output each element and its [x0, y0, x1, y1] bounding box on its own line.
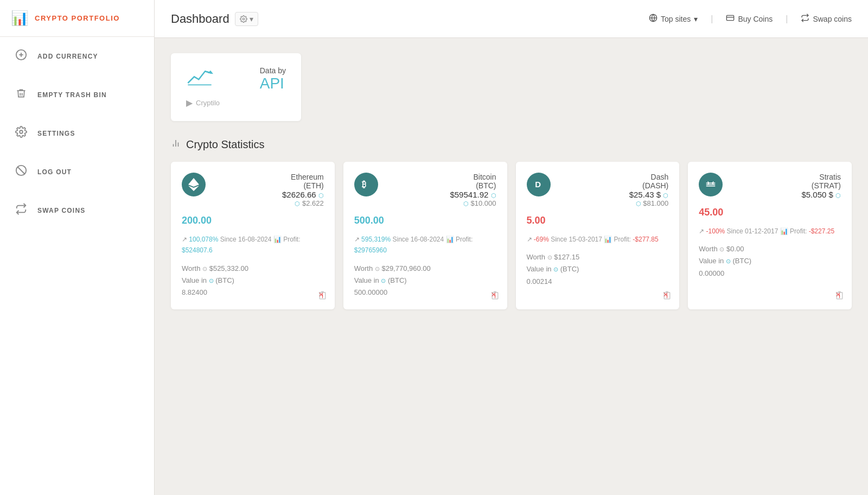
swap-coins-label: Swap coins	[813, 15, 852, 23]
main-content: Dashboard ▾ Top sites ▾	[155, 0, 868, 495]
sidebar-item-logout[interactable]: LOG OUT	[0, 153, 154, 191]
settings-icon	[15, 126, 28, 141]
coin-price-usd-strat: $5.050 $ ⬡	[801, 190, 841, 199]
svg-line-5	[18, 167, 25, 174]
svg-rect-9	[727, 15, 734, 20]
crypto-card-dash: D Dash(DASH) $25.43 $ ⬡ ⬡ $81.000 5.00 ↗…	[516, 162, 680, 309]
card-header: ₿ Bitcoin(BTC) $59541.92 ⬡ ⬡ $10.000	[354, 173, 496, 207]
globe-icon	[649, 14, 658, 24]
coin-price-usd-dash: $25.43 $ ⬡	[629, 190, 669, 199]
sidebar-label-add-currency: ADD CURRENCY	[37, 53, 98, 60]
swap-coins-link[interactable]: Swap coins	[801, 14, 852, 24]
card-info-dash: Dash(DASH) $25.43 $ ⬡ ⬡ $81.000	[629, 173, 669, 207]
buy-coins-link[interactable]: Buy Coins	[726, 14, 773, 24]
crypto-cards-grid: Ethereum(ETH) $2626.66 ⬡ ⬡ $2.622 200.00…	[171, 162, 852, 309]
sidebar-item-settings[interactable]: SETTINGS	[0, 114, 154, 153]
buy-coins-label: Buy Coins	[738, 15, 773, 23]
api-card: Data by API ▶ Cryptilo	[171, 53, 301, 121]
top-sites-link[interactable]: Top sites ▾	[649, 14, 698, 24]
card-header: Stratis(STRAT) $5.050 $ ⬡	[699, 173, 841, 199]
swap-icon	[15, 203, 28, 218]
card-info-btc: Bitcoin(BTC) $59541.92 ⬡ ⬡ $10.000	[450, 173, 496, 207]
coin-name-dash: Dash(DASH)	[629, 173, 669, 190]
api-value: API	[260, 75, 286, 92]
delete-card-eth[interactable]: ✕	[318, 290, 328, 303]
coin-icon-eth	[182, 173, 206, 196]
coin-stats-strat: ↗ -100% Since 01-12-2017 📊 Profit: -$227…	[699, 226, 841, 237]
add-currency-icon	[15, 49, 28, 64]
trash-icon	[15, 87, 28, 102]
coin-name-btc: Bitcoin(BTC)	[450, 173, 496, 190]
crypto-card-eth: Ethereum(ETH) $2626.66 ⬡ ⬡ $2.622 200.00…	[171, 162, 335, 309]
bar-icon-strat: 📊	[780, 227, 788, 235]
chart-trend-icon	[186, 67, 213, 92]
coin-stats-btc: ↗ 595,319% Since 16-08-2024 📊 Profit: $2…	[354, 234, 496, 256]
section-title: Crypto Statistics	[186, 138, 264, 151]
coin-price-usd-btc: $59541.92 ⬡	[450, 190, 496, 199]
svg-text:₿: ₿	[361, 180, 366, 189]
trend-icon-eth: ↗	[182, 236, 187, 243]
crypto-card-strat: Stratis(STRAT) $5.050 $ ⬡ 45.00 ↗ -100% …	[688, 162, 852, 309]
header: Dashboard ▾ Top sites ▾	[155, 0, 868, 38]
card-info-eth: Ethereum(ETH) $2626.66 ⬡ ⬡ $2.622	[282, 173, 324, 207]
api-data-label: Data by	[260, 66, 286, 75]
top-sites-label: Top sites	[661, 15, 691, 23]
section-header: Crypto Statistics	[171, 138, 852, 151]
coin-icon-dash: D	[527, 173, 551, 196]
coin-worth-eth: Worth ⊙ $525,332.00 Value in ⊙ (BTC) 8.8…	[182, 263, 324, 299]
svg-point-6	[242, 18, 245, 20]
sidebar-label-empty-trash: EMPTY TRASH BIN	[37, 91, 107, 99]
coin-price-btc-dash: ⬡ $81.000	[629, 199, 669, 207]
coin-name-strat: Stratis(STRAT)	[801, 173, 841, 190]
coin-price-usd-eth: $2626.66 ⬡	[282, 190, 324, 199]
sidebar-logo: 📊 CRYPTO PORTFOLIO	[0, 0, 154, 37]
coin-amount-eth: 200.00	[182, 215, 324, 226]
buy-coins-icon	[726, 14, 735, 24]
coin-worth-strat: Worth ⊙ $0.00 Value in ⊙ (BTC) 0.00000	[699, 243, 841, 279]
sidebar-item-swap-coins[interactable]: SWAP COINS	[0, 191, 154, 230]
sidebar-item-empty-trash[interactable]: EMPTY TRASH BIN	[0, 75, 154, 114]
bar-icon-eth: 📊	[273, 236, 282, 243]
coin-worth-btc: Worth ⊙ $29,770,960.00 Value in ⊙ (BTC) …	[354, 263, 496, 299]
coin-amount-btc: 500.00	[354, 215, 496, 226]
card-header: D Dash(DASH) $25.43 $ ⬡ ⬡ $81.000	[527, 173, 669, 207]
header-left: Dashboard ▾	[171, 12, 258, 26]
content-area: Data by API ▶ Cryptilo Crypto Statistics	[155, 38, 868, 495]
delete-card-dash[interactable]: ✕	[663, 290, 673, 303]
bar-icon-btc: 📊	[446, 236, 454, 243]
header-settings-button[interactable]: ▾	[235, 12, 258, 26]
sidebar: 📊 CRYPTO PORTFOLIO ADD CURRENCY EMPTY TR…	[0, 0, 155, 495]
swap-coins-icon	[801, 14, 809, 24]
coin-stats-eth: ↗ 100,078% Since 16-08-2024 📊 Profit: $5…	[182, 234, 324, 256]
coin-icon-strat	[699, 173, 723, 196]
coin-icon-btc: ₿	[354, 173, 378, 196]
coin-stats-dash: ↗ -69% Since 15-03-2017 📊 Profit: -$277.…	[527, 234, 669, 245]
chevron-down-icon: ▾	[694, 15, 698, 23]
stats-icon	[171, 138, 181, 151]
sidebar-item-add-currency[interactable]: ADD CURRENCY	[0, 37, 154, 75]
delete-card-strat[interactable]: ✕	[835, 290, 845, 303]
svg-marker-16	[188, 178, 199, 187]
logo-icon: 📊	[11, 10, 28, 27]
delete-card-btc[interactable]: ✕	[491, 290, 501, 303]
card-info-strat: Stratis(STRAT) $5.050 $ ⬡	[801, 173, 841, 199]
coin-worth-dash: Worth ⊙ $127.15 Value in ⊙ (BTC) 0.00214	[527, 251, 669, 287]
trend-icon-strat: ↗	[699, 227, 704, 235]
play-icon: ▶	[186, 98, 193, 108]
coin-name-eth: Ethereum(ETH)	[282, 173, 324, 190]
header-right: Top sites ▾ | Buy Coins |	[649, 14, 852, 24]
coin-amount-strat: 45.00	[699, 207, 841, 218]
svg-text:D: D	[535, 180, 541, 189]
api-provider: Cryptilo	[196, 99, 220, 107]
sidebar-label-settings: SETTINGS	[37, 130, 75, 137]
card-header: Ethereum(ETH) $2626.66 ⬡ ⬡ $2.622	[182, 173, 324, 207]
app-name: CRYPTO PORTFOLIO	[35, 14, 120, 22]
logout-icon	[15, 164, 28, 179]
bar-icon-dash: 📊	[604, 236, 612, 243]
trend-icon-btc: ↗	[354, 236, 360, 243]
svg-point-3	[20, 130, 23, 134]
crypto-card-btc: ₿ Bitcoin(BTC) $59541.92 ⬡ ⬡ $10.000 500…	[343, 162, 507, 309]
sidebar-label-swap-coins: SWAP COINS	[37, 207, 85, 214]
trend-icon-dash: ↗	[527, 236, 532, 243]
page-title: Dashboard	[171, 12, 229, 26]
